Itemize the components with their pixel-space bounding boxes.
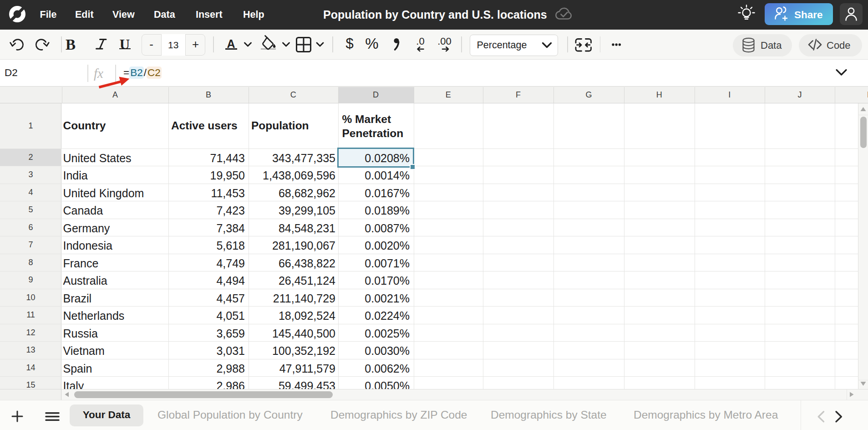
svg-text:Share: Share	[794, 9, 823, 20]
